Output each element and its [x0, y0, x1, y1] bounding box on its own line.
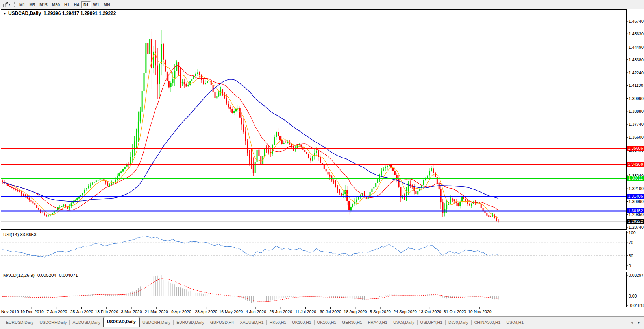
timeframe-buttons: M1M5M15M30H1H4D1W1MN — [17, 1, 112, 8]
chart-symbol-label: USDCAD,Daily — [8, 11, 41, 16]
chart-tab-gbpusd-h4[interactable]: GBPUSD,H4 — [207, 318, 237, 327]
chart-title-row: ▼USDCAD,Daily 1.29396 1.29417 1.29091 1.… — [3, 11, 116, 16]
collapse-arrow-icon[interactable]: ▼ — [3, 12, 6, 15]
rsi-layer — [1, 236, 626, 257]
tab-scroll-arrows: ◄ ► — [625, 320, 641, 325]
timeframe-button-m15[interactable]: M15 — [37, 1, 49, 8]
chart-tabs-bar: EURUSD,DailyUSDCHF,DailyAUDUSD,DailyUSDC… — [0, 316, 644, 329]
timeframe-button-mn[interactable]: MN — [102, 1, 112, 8]
chart-tab-uk100-h1[interactable]: UK100,H1 — [289, 318, 314, 327]
chart-canvas[interactable] — [0, 0, 644, 329]
chart-tab-usdcad-daily[interactable]: USDCAD,Daily — [103, 317, 140, 327]
pane-splitter-rsi[interactable] — [1, 230, 627, 231]
timeframe-button-h1[interactable]: H1 — [62, 1, 71, 8]
time-axis[interactable] — [1, 307, 627, 316]
chart-tab-usdjpy-h1[interactable]: USDJPY,H1 — [418, 318, 445, 327]
price-axis[interactable] — [627, 9, 644, 307]
timeframe-button-m1[interactable]: M1 — [17, 1, 27, 8]
chart-tab-usoil-daily[interactable]: USOil,Daily — [390, 318, 417, 327]
toolbar-grip — [13, 2, 15, 7]
tab-scroll-left-icon[interactable]: ◄ — [630, 321, 633, 325]
chart-tab-hk50-h1[interactable]: HK50,H1 — [267, 318, 289, 327]
tab-divider — [625, 320, 625, 325]
timeframe-toolbar: ▾ M1M5M15M30H1H4D1W1MN — [0, 0, 644, 9]
chart-tab-fra40-h1[interactable]: FRA40,H1 — [365, 318, 390, 327]
tab-scroll-right-icon[interactable]: ► — [637, 321, 641, 325]
macd-layer — [1, 275, 626, 304]
chart-tab-ger30-h1[interactable]: GER30,H1 — [339, 318, 365, 327]
timeframe-button-w1[interactable]: W1 — [91, 1, 101, 8]
chart-tab-china300-h1[interactable]: CHINA300,H1 — [472, 318, 503, 327]
timeframe-button-d1[interactable]: D1 — [81, 1, 91, 8]
timeframe-button-h4[interactable]: H4 — [72, 1, 81, 8]
timeframe-button-m30[interactable]: M30 — [50, 1, 62, 8]
chart-window: ▼USDCAD,Daily 1.29396 1.29417 1.29091 1.… — [0, 0, 644, 329]
chart-tab-eurusd-daily[interactable]: EURUSD,Daily — [3, 318, 37, 327]
macd-indicator-label: MACD(12,26,9) -0.005204 -0.004071 — [3, 273, 78, 278]
chart-tab-uk100-h1[interactable]: UK100,H1 — [315, 318, 339, 327]
tool-dropdown-arrow-icon[interactable]: ▾ — [9, 3, 10, 6]
chart-tab-usoil-h1[interactable]: USOil,H1 — [503, 318, 526, 327]
chart-tab-eurusd-daily[interactable]: EURUSD,Daily — [174, 318, 207, 327]
timeframe-button-m5[interactable]: M5 — [28, 1, 37, 8]
ohlc-values: 1.29396 1.29417 1.29091 1.29222 — [44, 11, 116, 16]
chart-tab-usdchf-daily[interactable]: USDCHF,Daily — [37, 318, 70, 327]
chart-tab-xauusd-h1[interactable]: XAUUSD,H1 — [237, 318, 266, 327]
rsi-indicator-label: RSI(14) 33.6953 — [3, 232, 36, 237]
candles-layer — [1, 20, 626, 223]
chart-tab-audusd-daily[interactable]: AUDUSD,Daily — [70, 318, 103, 327]
chart-tab-dj30-daily[interactable]: DJ30,Daily — [446, 318, 471, 327]
pane-splitter-macd[interactable] — [1, 270, 627, 272]
crosshair-tool-icon[interactable] — [2, 2, 9, 8]
chart-tab-usdcnh-daily[interactable]: USDCNH,Daily — [140, 318, 173, 327]
